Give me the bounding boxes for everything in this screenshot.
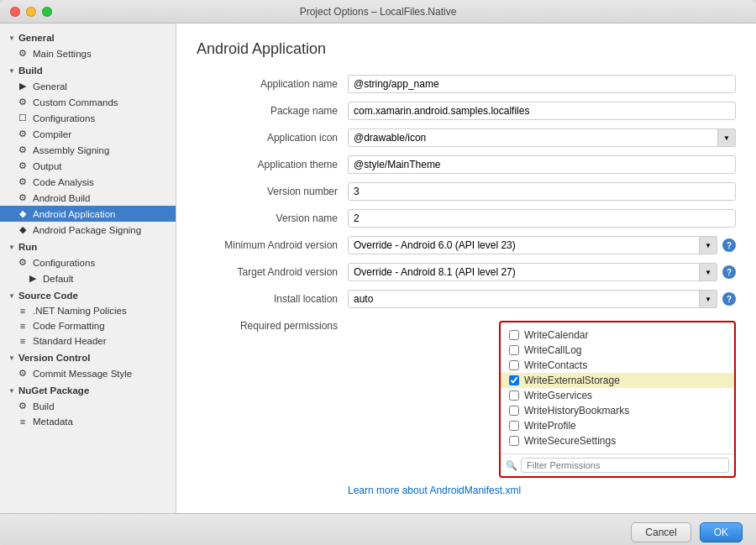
sidebar-item-label: Configurations (33, 258, 95, 268)
sidebar-item-commit-message-style[interactable]: ⚙ Commit Message Style (0, 365, 176, 381)
package-name-input[interactable] (348, 102, 736, 120)
target-android-label: Target Android version (197, 266, 348, 278)
sidebar-item-main-settings[interactable]: ⚙ Main Settings (0, 45, 176, 61)
permission-checkbox-write-gservices[interactable] (509, 390, 519, 401)
permission-checkbox-write-history-bookmarks[interactable] (509, 406, 519, 416)
permissions-container: WriteCalendar WriteCallLog WriteContacts (348, 317, 736, 478)
application-icon-select[interactable]: @drawable/icon (348, 128, 736, 147)
sidebar-item-compiler[interactable]: ⚙ Compiler (0, 126, 176, 142)
sidebar-item-standard-header[interactable]: ≡ Standard Header (0, 333, 176, 348)
permission-checkbox-write-external-storage[interactable] (509, 375, 519, 385)
sidebar-item-nuget-build[interactable]: ⚙ Build (0, 398, 176, 414)
sidebar-item-custom-commands[interactable]: ⚙ Custom Commands (0, 94, 176, 110)
sidebar-item-label: .NET Naming Policies (33, 306, 127, 316)
application-name-input[interactable] (348, 75, 736, 93)
code-formatting-icon: ≡ (17, 321, 29, 331)
min-android-select[interactable]: Override - Android 6.0 (API level 23) (348, 236, 717, 254)
output-icon: ⚙ (17, 160, 29, 171)
sidebar-item-android-application[interactable]: ◆ Android Application (0, 206, 176, 222)
sidebar-item-label: General (33, 81, 67, 92)
min-android-wrapper: Override - Android 6.0 (API level 23) ▼ (348, 236, 717, 254)
sidebar-item-build-general[interactable]: ▶ General (0, 78, 176, 94)
sidebar-section-run: ▼ Run ⚙ Configurations ▶ Default (0, 239, 176, 286)
sidebar-item-label: Configurations (33, 113, 95, 123)
sidebar-item-nuget-metadata[interactable]: ≡ Metadata (0, 414, 176, 429)
version-name-row: Version name (197, 209, 736, 228)
sidebar-item-label: Android Package Signing (33, 225, 141, 235)
sidebar-item-android-build[interactable]: ⚙ Android Build (0, 190, 176, 206)
sidebar-section-version-control: ▼ Version Control ⚙ Commit Message Style (0, 350, 176, 381)
permission-item-write-calendar[interactable]: WriteCalendar (501, 328, 734, 343)
cancel-button[interactable]: Cancel (631, 522, 690, 542)
version-name-label: Version name (197, 212, 348, 224)
required-permissions-label: Required permissions (197, 317, 348, 332)
commit-message-style-icon: ⚙ (17, 368, 29, 379)
sidebar-item-run-configurations[interactable]: ⚙ Configurations (0, 254, 176, 270)
sidebar-item-label: Commit Message Style (33, 369, 132, 379)
permission-label: WriteGservices (524, 390, 592, 401)
sidebar-item-assembly-signing[interactable]: ⚙ Assembly Signing (0, 142, 176, 158)
install-location-help-icon[interactable]: ? (722, 292, 736, 306)
permission-checkbox-write-calendar[interactable] (509, 330, 519, 340)
sidebar-section-build: ▼ Build ▶ General ⚙ Custom Commands ☐ Co… (0, 63, 176, 238)
ok-button[interactable]: OK (700, 522, 743, 542)
target-android-help-icon[interactable]: ? (722, 265, 736, 279)
target-android-select[interactable]: Override - Android 8.1 (API level 27) (348, 263, 717, 281)
sidebar-item-label: Compiler (33, 129, 71, 139)
window-title: Project Options – LocalFiles.Native (300, 6, 457, 18)
sidebar-item-android-package-signing[interactable]: ◆ Android Package Signing (0, 222, 176, 238)
sidebar-section-label: Source Code (18, 291, 78, 301)
permission-checkbox-write-profile[interactable] (509, 421, 519, 431)
permission-item-write-profile[interactable]: WriteProfile (501, 418, 734, 433)
permission-label: WriteSecureSettings (524, 435, 616, 447)
application-icon-row: Application icon @drawable/icon ▼ (197, 128, 736, 147)
version-number-input[interactable] (348, 182, 736, 201)
install-location-select[interactable]: auto (348, 290, 717, 308)
sidebar-header-general[interactable]: ▼ General (0, 30, 176, 45)
page-title: Android Application (197, 40, 736, 58)
sidebar-section-nuget: ▼ NuGet Package ⚙ Build ≡ Metadata (0, 383, 176, 429)
maximize-button[interactable] (42, 7, 52, 17)
android-build-icon: ⚙ (17, 192, 29, 203)
sidebar-section-label: NuGet Package (18, 385, 89, 396)
permission-checkbox-write-contacts[interactable] (509, 360, 519, 370)
sidebar-header-build[interactable]: ▼ Build (0, 63, 176, 78)
permission-checkbox-write-call-log[interactable] (509, 345, 519, 355)
application-theme-input[interactable] (348, 155, 736, 174)
sidebar-item-naming-policies[interactable]: ≡ .NET Naming Policies (0, 303, 176, 318)
version-name-input[interactable] (348, 209, 736, 228)
sidebar-item-configurations[interactable]: ☐ Configurations (0, 110, 176, 126)
collapse-icon: ▼ (8, 67, 15, 75)
version-number-row: Version number (197, 182, 736, 201)
min-android-help-icon[interactable]: ? (722, 238, 736, 252)
minimize-button[interactable] (26, 7, 36, 17)
content-area: ▼ General ⚙ Main Settings ▼ Build ▶ Gene… (0, 24, 756, 513)
permission-label: WriteCalendar (524, 329, 588, 341)
permission-item-write-gservices[interactable]: WriteGservices (501, 388, 734, 403)
close-button[interactable] (10, 7, 20, 17)
permission-checkbox-write-secure-settings[interactable] (509, 436, 519, 446)
run-configurations-icon: ⚙ (17, 257, 29, 268)
permission-item-write-secure-settings[interactable]: WriteSecureSettings (501, 433, 734, 448)
permission-item-write-contacts[interactable]: WriteContacts (501, 358, 734, 373)
sidebar-item-label: Assembly Signing (33, 145, 109, 155)
collapse-icon: ▼ (8, 244, 15, 251)
sidebar-section-label: Version Control (18, 353, 91, 363)
sidebar-item-run-default[interactable]: ▶ Default (0, 270, 176, 286)
learn-more-link[interactable]: Learn more about AndroidManifest.xml (348, 485, 521, 496)
sidebar-header-run[interactable]: ▼ Run (0, 239, 176, 254)
permission-item-write-call-log[interactable]: WriteCallLog (501, 343, 734, 358)
sidebar-item-output[interactable]: ⚙ Output (0, 158, 176, 174)
sidebar-header-nuget[interactable]: ▼ NuGet Package (0, 383, 176, 398)
sidebar-item-code-analysis[interactable]: ⚙ Code Analysis (0, 174, 176, 190)
sidebar-section-label: Run (18, 242, 37, 252)
sidebar-header-source-code[interactable]: ▼ Source Code (0, 288, 176, 303)
sidebar-item-code-formatting[interactable]: ≡ Code Formatting (0, 318, 176, 333)
permission-item-write-external-storage[interactable]: WriteExternalStorage (501, 373, 734, 388)
version-number-label: Version number (197, 186, 348, 197)
permissions-filter-input[interactable] (521, 458, 729, 473)
sidebar-header-version-control[interactable]: ▼ Version Control (0, 350, 176, 365)
permission-item-write-history-bookmarks[interactable]: WriteHistoryBookmarks (501, 403, 734, 418)
sidebar-item-label: Standard Header (33, 336, 107, 346)
permissions-section: WriteCalendar WriteCallLog WriteContacts (499, 321, 736, 478)
